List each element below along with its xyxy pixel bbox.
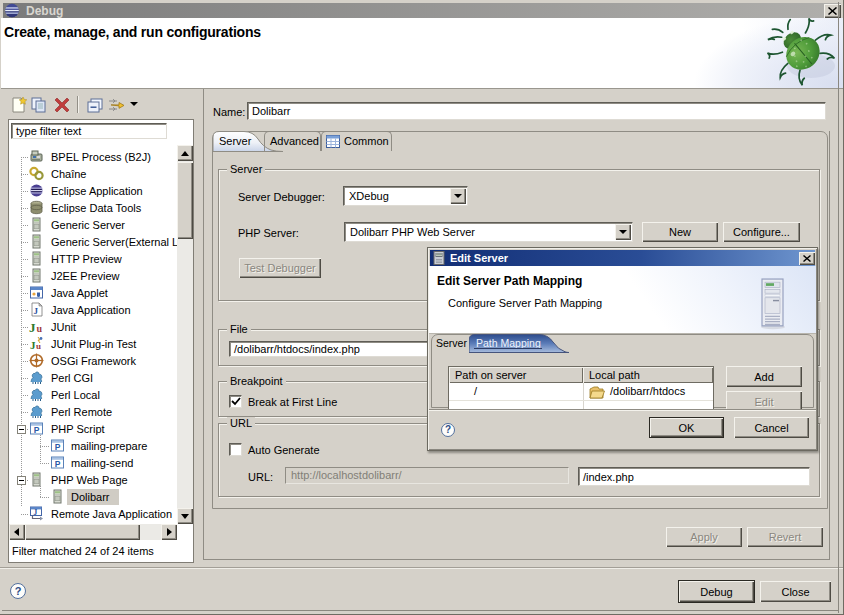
svg-text:J: J [29,320,36,335]
svg-text:J: J [34,306,39,316]
svg-text:P: P [55,442,61,452]
svg-text:u: u [37,323,43,334]
svg-text:J: J [34,508,38,517]
svg-text:P: P [55,459,61,469]
svg-text:P: P [34,425,40,435]
